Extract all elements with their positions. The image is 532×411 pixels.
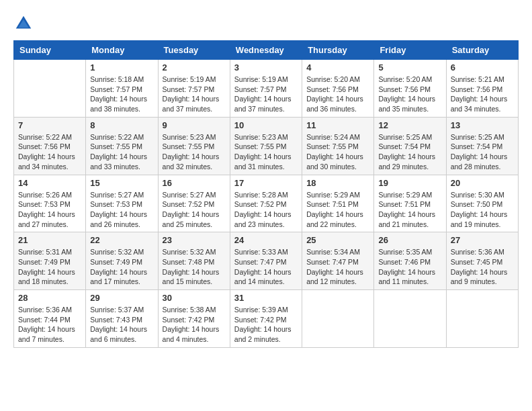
- day-number: 26: [378, 235, 441, 245]
- day-info: Sunrise: 5:26 AM Sunset: 7:53 PM Dayligh…: [18, 190, 81, 230]
- header: [13, 13, 519, 34]
- day-info: Sunrise: 5:20 AM Sunset: 7:56 PM Dayligh…: [306, 75, 369, 114]
- week-row-5: 28Sunrise: 5:36 AM Sunset: 7:44 PM Dayli…: [14, 290, 519, 348]
- day-number: 3: [234, 62, 298, 73]
- calendar-cell: [446, 290, 518, 348]
- day-info: Sunrise: 5:25 AM Sunset: 7:54 PM Dayligh…: [378, 132, 441, 172]
- calendar-cell: 27Sunrise: 5:36 AM Sunset: 7:45 PM Dayli…: [446, 232, 518, 290]
- day-info: Sunrise: 5:33 AM Sunset: 7:47 PM Dayligh…: [234, 247, 298, 287]
- dow-header-wednesday: Wednesday: [230, 41, 302, 60]
- day-number: 5: [378, 62, 441, 73]
- calendar-cell: 7Sunrise: 5:22 AM Sunset: 7:56 PM Daylig…: [14, 117, 86, 175]
- day-info: Sunrise: 5:38 AM Sunset: 7:42 PM Dayligh…: [163, 305, 226, 345]
- calendar-cell: 20Sunrise: 5:30 AM Sunset: 7:50 PM Dayli…: [446, 175, 518, 232]
- logo-icon: [13, 13, 34, 34]
- day-info: Sunrise: 5:37 AM Sunset: 7:43 PM Dayligh…: [90, 305, 153, 345]
- day-info: Sunrise: 5:22 AM Sunset: 7:55 PM Dayligh…: [90, 132, 153, 172]
- day-info: Sunrise: 5:36 AM Sunset: 7:45 PM Dayligh…: [451, 247, 514, 287]
- day-number: 17: [234, 178, 298, 188]
- calendar-table: SundayMondayTuesdayWednesdayThursdayFrid…: [13, 40, 519, 348]
- calendar-cell: 28Sunrise: 5:36 AM Sunset: 7:44 PM Dayli…: [14, 290, 86, 348]
- calendar-cell: 21Sunrise: 5:31 AM Sunset: 7:49 PM Dayli…: [14, 232, 86, 290]
- calendar-cell: 15Sunrise: 5:27 AM Sunset: 7:53 PM Dayli…: [86, 175, 158, 232]
- calendar-cell: 4Sunrise: 5:20 AM Sunset: 7:56 PM Daylig…: [302, 60, 374, 118]
- dow-header-monday: Monday: [86, 41, 158, 60]
- calendar-cell: 9Sunrise: 5:23 AM Sunset: 7:55 PM Daylig…: [158, 117, 230, 175]
- day-number: 14: [18, 178, 81, 188]
- calendar-cell: 18Sunrise: 5:29 AM Sunset: 7:51 PM Dayli…: [302, 175, 374, 232]
- day-number: 9: [163, 120, 226, 130]
- calendar-cell: 13Sunrise: 5:25 AM Sunset: 7:54 PM Dayli…: [446, 117, 518, 175]
- day-number: 12: [378, 120, 441, 130]
- calendar-cell: 30Sunrise: 5:38 AM Sunset: 7:42 PM Dayli…: [158, 290, 230, 348]
- calendar-cell: [14, 60, 86, 118]
- day-info: Sunrise: 5:32 AM Sunset: 7:48 PM Dayligh…: [163, 247, 226, 287]
- calendar-cell: 16Sunrise: 5:27 AM Sunset: 7:52 PM Dayli…: [158, 175, 230, 232]
- day-info: Sunrise: 5:23 AM Sunset: 7:55 PM Dayligh…: [163, 132, 226, 172]
- week-row-4: 21Sunrise: 5:31 AM Sunset: 7:49 PM Dayli…: [14, 232, 519, 290]
- calendar-cell: 31Sunrise: 5:39 AM Sunset: 7:42 PM Dayli…: [230, 290, 302, 348]
- calendar-cell: 25Sunrise: 5:34 AM Sunset: 7:47 PM Dayli…: [302, 232, 374, 290]
- day-info: Sunrise: 5:22 AM Sunset: 7:56 PM Dayligh…: [18, 132, 81, 172]
- day-info: Sunrise: 5:27 AM Sunset: 7:53 PM Dayligh…: [90, 190, 153, 230]
- calendar-cell: [302, 290, 374, 348]
- day-number: 22: [90, 235, 153, 245]
- dow-header-sunday: Sunday: [14, 41, 86, 60]
- calendar-cell: 6Sunrise: 5:21 AM Sunset: 7:56 PM Daylig…: [446, 60, 518, 118]
- calendar-cell: 14Sunrise: 5:26 AM Sunset: 7:53 PM Dayli…: [14, 175, 86, 232]
- day-number: 20: [451, 178, 514, 188]
- calendar-cell: 23Sunrise: 5:32 AM Sunset: 7:48 PM Dayli…: [158, 232, 230, 290]
- day-info: Sunrise: 5:24 AM Sunset: 7:55 PM Dayligh…: [306, 132, 369, 172]
- calendar-cell: 5Sunrise: 5:20 AM Sunset: 7:56 PM Daylig…: [374, 60, 446, 118]
- day-number: 28: [18, 293, 81, 303]
- day-number: 13: [451, 120, 514, 130]
- day-number: 4: [306, 62, 369, 73]
- day-number: 30: [163, 293, 226, 303]
- day-number: 6: [451, 62, 514, 73]
- week-row-2: 7Sunrise: 5:22 AM Sunset: 7:56 PM Daylig…: [14, 117, 519, 175]
- day-number: 23: [163, 235, 226, 245]
- day-info: Sunrise: 5:35 AM Sunset: 7:46 PM Dayligh…: [378, 247, 441, 287]
- day-info: Sunrise: 5:32 AM Sunset: 7:49 PM Dayligh…: [90, 247, 153, 287]
- day-number: 19: [378, 178, 441, 188]
- dow-header-thursday: Thursday: [302, 41, 374, 60]
- calendar-cell: 8Sunrise: 5:22 AM Sunset: 7:55 PM Daylig…: [86, 117, 158, 175]
- day-info: Sunrise: 5:25 AM Sunset: 7:54 PM Dayligh…: [451, 132, 514, 172]
- calendar-cell: 24Sunrise: 5:33 AM Sunset: 7:47 PM Dayli…: [230, 232, 302, 290]
- calendar-body: 1Sunrise: 5:18 AM Sunset: 7:57 PM Daylig…: [14, 60, 519, 348]
- day-info: Sunrise: 5:31 AM Sunset: 7:49 PM Dayligh…: [18, 247, 81, 287]
- logo: [13, 13, 34, 34]
- day-number: 7: [18, 120, 81, 130]
- day-info: Sunrise: 5:21 AM Sunset: 7:56 PM Dayligh…: [451, 75, 514, 114]
- calendar-cell: [374, 290, 446, 348]
- day-info: Sunrise: 5:39 AM Sunset: 7:42 PM Dayligh…: [234, 305, 298, 345]
- day-number: 15: [90, 178, 153, 188]
- day-number: 10: [234, 120, 298, 130]
- dow-header-saturday: Saturday: [446, 41, 518, 60]
- day-number: 1: [90, 62, 153, 73]
- dow-header-friday: Friday: [374, 41, 446, 60]
- day-number: 2: [163, 62, 226, 73]
- calendar-cell: 11Sunrise: 5:24 AM Sunset: 7:55 PM Dayli…: [302, 117, 374, 175]
- day-info: Sunrise: 5:18 AM Sunset: 7:57 PM Dayligh…: [90, 75, 153, 114]
- day-info: Sunrise: 5:23 AM Sunset: 7:55 PM Dayligh…: [234, 132, 298, 172]
- week-row-3: 14Sunrise: 5:26 AM Sunset: 7:53 PM Dayli…: [14, 175, 519, 232]
- day-info: Sunrise: 5:30 AM Sunset: 7:50 PM Dayligh…: [451, 190, 514, 230]
- calendar-cell: 2Sunrise: 5:19 AM Sunset: 7:57 PM Daylig…: [158, 60, 230, 118]
- day-number: 21: [18, 235, 81, 245]
- day-info: Sunrise: 5:19 AM Sunset: 7:57 PM Dayligh…: [163, 75, 226, 114]
- day-number: 18: [306, 178, 369, 188]
- day-info: Sunrise: 5:20 AM Sunset: 7:56 PM Dayligh…: [378, 75, 441, 114]
- day-number: 31: [234, 293, 298, 303]
- day-info: Sunrise: 5:29 AM Sunset: 7:51 PM Dayligh…: [306, 190, 369, 230]
- calendar-cell: 22Sunrise: 5:32 AM Sunset: 7:49 PM Dayli…: [86, 232, 158, 290]
- day-of-week-header: SundayMondayTuesdayWednesdayThursdayFrid…: [14, 41, 519, 60]
- day-info: Sunrise: 5:29 AM Sunset: 7:51 PM Dayligh…: [378, 190, 441, 230]
- day-number: 24: [234, 235, 298, 245]
- day-info: Sunrise: 5:19 AM Sunset: 7:57 PM Dayligh…: [234, 75, 298, 114]
- day-info: Sunrise: 5:28 AM Sunset: 7:52 PM Dayligh…: [234, 190, 298, 230]
- calendar-cell: 29Sunrise: 5:37 AM Sunset: 7:43 PM Dayli…: [86, 290, 158, 348]
- day-info: Sunrise: 5:27 AM Sunset: 7:52 PM Dayligh…: [163, 190, 226, 230]
- calendar-cell: 26Sunrise: 5:35 AM Sunset: 7:46 PM Dayli…: [374, 232, 446, 290]
- calendar-cell: 10Sunrise: 5:23 AM Sunset: 7:55 PM Dayli…: [230, 117, 302, 175]
